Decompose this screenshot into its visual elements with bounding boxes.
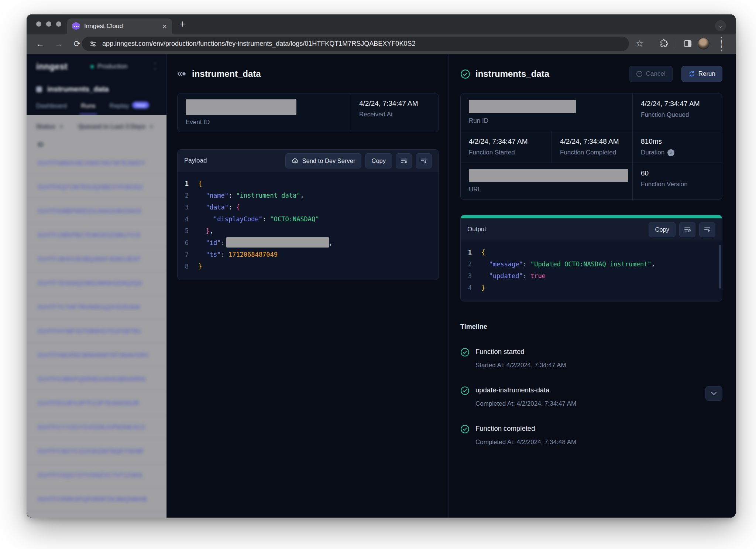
output-expand-lines-button[interactable]: [699, 222, 715, 237]
timeline-item-title: Function completed: [475, 424, 576, 433]
run-id-item[interactable]: 01HTFC5QG7ZYVXNZVC7VT1Z4K6: [27, 463, 166, 487]
run-success-check-icon: [460, 69, 470, 79]
line-number: 7: [178, 249, 198, 260]
env-switcher-chevrons-icon[interactable]: ⌃⌄: [153, 63, 157, 70]
timeline-item-title: update-instruments-data: [475, 386, 576, 394]
event-panel: instrument_data Event ID 4/2/24, 7:34:47…: [167, 54, 449, 518]
output-wrap-text-button[interactable]: [679, 222, 695, 237]
env-label: Production: [97, 63, 127, 70]
function-queued-value: 4/2/24, 7:34:47 AM: [641, 100, 714, 108]
rerun-button[interactable]: Rerun: [681, 66, 722, 82]
forward-button[interactable]: →: [53, 38, 64, 50]
run-id-item[interactable]: 01HTFKQT1M7RSJQABEXYF0K0S2: [27, 175, 166, 199]
site-settings-icon[interactable]: [89, 40, 97, 48]
send-to-dev-server-label: Send to Dev Server: [302, 157, 355, 164]
run-id-item[interactable]: 01HTF7E0A6Q238SJWNH1E8Q2Q0: [27, 271, 166, 295]
tab-title: Inngest Cloud: [84, 23, 162, 30]
browser-tab[interactable]: Inngest Cloud ×: [67, 18, 172, 34]
run-id-item[interactable]: 01HTF7C7HF7RVN051Q3YD253AK: [27, 295, 166, 319]
bookmark-star-icon[interactable]: ☆: [636, 38, 644, 49]
function-name: instruments_data: [47, 85, 109, 93]
tab-search-chevron-icon[interactable]: ⌄: [715, 20, 726, 31]
function-started-cell: 4/2/24, 7:34:47 AM Function Started: [461, 131, 551, 163]
traffic-lights[interactable]: [36, 21, 61, 27]
url-redacted-value: [469, 169, 628, 182]
output-card: Output Copy: [460, 215, 722, 301]
side-panel-icon[interactable]: [683, 39, 693, 48]
cancel-label: Cancel: [646, 70, 666, 78]
run-panel: instruments_data Cancel Rerun: [449, 54, 736, 518]
payload-wrap-text-button[interactable]: [396, 153, 412, 168]
timeline-item-subtitle: Completed At: 4/2/2024, 7:34:47 AM: [475, 400, 576, 408]
timeline-item-subtitle: Started At: 4/2/2024, 7:34:47 AM: [475, 362, 566, 369]
env-status-dot-icon: [90, 65, 94, 68]
run-id-item[interactable]: 01HTFJ9HHVE0BQ48AF4DM13E9T: [27, 247, 166, 271]
run-id-item[interactable]: 01HTFG3BKPQ5R9EAA93GBRARRN: [27, 367, 166, 391]
redacted-inline-value: [226, 237, 329, 248]
minimize-window-button[interactable]: [46, 21, 51, 27]
browser-toolbar: ← → ⟳ app.inngest.com/env/production/fun…: [27, 34, 736, 54]
cancel-button[interactable]: Cancel: [629, 66, 673, 82]
output-code-viewer[interactable]: 1{2 "message": "Updated OCTO:NASDAQ inst…: [461, 241, 722, 301]
timeline-expand-button[interactable]: [705, 386, 722, 401]
run-id-item[interactable]: 01HTFCYY2GYGVGDKJVP82NKXC2: [27, 415, 166, 439]
tab-dashboard[interactable]: Dashboard: [36, 102, 67, 115]
timeline-item-text: Function completed Completed At: 4/2/202…: [475, 424, 576, 446]
output-success-bar: [461, 215, 722, 218]
new-tab-button[interactable]: +: [179, 18, 185, 30]
run-id-item[interactable]: 01HTFJ3B5PBZ7EWGK5Z086JYC8: [27, 223, 166, 247]
tab-runs[interactable]: Runs: [81, 102, 96, 115]
run-id-item[interactable]: 01HTFN86XV8CXWS7657W7E3WDY: [27, 151, 166, 175]
date-range-filter-dropdown[interactable]: Queued in Last 3 Days ▼: [78, 123, 154, 130]
code-line: 2 "name": "instrument_data",: [178, 190, 439, 201]
run-id-cell: Run ID: [461, 93, 632, 131]
sidebar: inngest Production ⌃⌄ instruments_data D…: [27, 54, 167, 518]
extensions-puzzle-icon[interactable]: [659, 39, 669, 48]
code-line: 7 "ts": 1712068487049: [178, 249, 439, 260]
output-copy-button[interactable]: Copy: [649, 222, 676, 237]
browser-tabstrip: Inngest Cloud × + ⌄: [27, 14, 736, 34]
run-id-item[interactable]: 01HTFCR9KAPQP0R6PZK3MQNMXB: [27, 487, 166, 511]
run-id-item[interactable]: 01HTFCW27CZ2X3AZM79QEYNH8F: [27, 439, 166, 463]
tab-replay[interactable]: Replay New: [110, 102, 149, 115]
payload-copy-button[interactable]: Copy: [365, 153, 392, 168]
profile-avatar[interactable]: [698, 38, 709, 50]
line-number: 3: [461, 270, 481, 282]
zoom-window-button[interactable]: [56, 21, 61, 27]
close-window-button[interactable]: [36, 21, 41, 27]
browser-window: Inngest Cloud × + ⌄ ← → ⟳ app.inngest.co…: [27, 14, 736, 518]
run-id-label: Run ID: [469, 117, 624, 125]
payload-code-editor[interactable]: 1{2 "name": "instrument_data",3 "data": …: [178, 172, 439, 280]
run-id-item[interactable]: 01HTFHYWF32T5B9HGT01F5BTBJ: [27, 319, 166, 343]
reload-button[interactable]: ⟳: [72, 38, 83, 50]
duration-cell: 810ms Duration i: [632, 131, 722, 163]
run-id-item[interactable]: 01HTFH9GR0CWNHSWY8T3NAVGRC: [27, 343, 166, 367]
payload-expand-lines-button[interactable]: [416, 153, 432, 168]
step-success-check-icon: [460, 386, 470, 395]
run-id-redacted-value: [469, 100, 576, 113]
step-success-check-icon: [460, 348, 470, 357]
send-to-dev-server-button[interactable]: Send to Dev Server: [285, 153, 361, 168]
back-button[interactable]: ←: [35, 38, 46, 50]
status-filter-label: Status: [36, 123, 55, 130]
status-filter-dropdown[interactable]: Status ▼: [36, 123, 63, 130]
tab-close-icon[interactable]: ×: [162, 22, 167, 30]
chevron-down-icon: ▼: [59, 124, 63, 129]
lines-down-arrow-icon: [420, 158, 427, 164]
url-text[interactable]: app.inngest.com/env/production/functions…: [102, 40, 415, 48]
run-id-item[interactable]: 01HTFEG3FVJP7FZJP7EA5KN3JR: [27, 391, 166, 415]
url-bar[interactable]: app.inngest.com/env/production/functions…: [82, 37, 629, 51]
payload-card: Payload Send to Dev Server Copy: [177, 149, 439, 280]
timeline-title: Timeline: [460, 323, 722, 331]
event-id-label: Event ID: [186, 119, 343, 126]
sidebar-function-row: instruments_data: [27, 79, 166, 93]
env-switcher[interactable]: Production: [90, 63, 127, 70]
info-icon[interactable]: i: [667, 149, 674, 156]
run-id-item[interactable]: 01HTFKMBPM0DZAJ4AG04K03A02: [27, 199, 166, 223]
browser-menu-kebab-icon[interactable]: ⋮⋮⋮: [718, 38, 725, 49]
timeline-item-text: update-instruments-data Completed At: 4/…: [475, 386, 576, 408]
scrollbar-thumb[interactable]: [719, 245, 721, 289]
received-at-label: Received At: [359, 111, 430, 118]
url-label: URL: [469, 186, 624, 193]
code-line: 3 "updated": true: [461, 270, 722, 282]
